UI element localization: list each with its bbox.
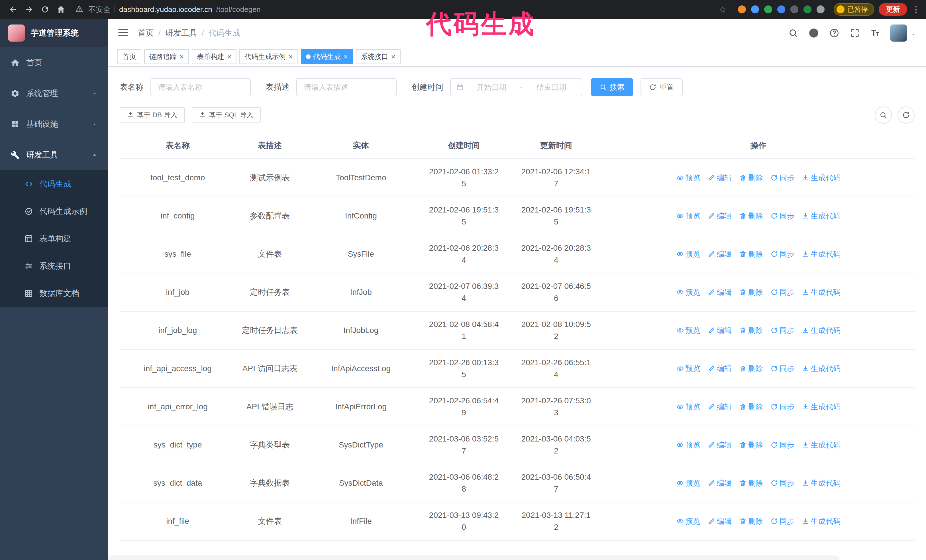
generate-code-action[interactable]: 生成代码 [802,477,841,489]
sync-action[interactable]: 同步 [770,439,794,451]
sync-action[interactable]: 同步 [770,325,794,337]
sidebar-submenu-item[interactable]: 表单构建 [0,225,108,252]
edit-action[interactable]: 编辑 [708,515,732,527]
edit-action[interactable]: 编辑 [708,477,732,489]
update-button[interactable]: 更新 [879,3,907,16]
preview-action[interactable]: 预览 [676,210,701,222]
browser-home-button[interactable] [54,2,68,17]
tab[interactable]: 链路追踪 × [144,49,189,64]
check-extension-icon[interactable] [764,5,772,14]
delete-action[interactable]: 删除 [739,439,763,451]
preview-action[interactable]: 预览 [676,477,701,489]
generate-code-action[interactable]: 生成代码 [802,325,841,337]
sidebar-submenu-item[interactable]: 系统接口 [0,252,108,280]
preview-action[interactable]: 预览 [676,439,701,451]
user-menu[interactable] [890,24,917,42]
security-label[interactable]: 不安全 [88,5,110,15]
app-logo[interactable]: 芋道管理系统 [0,19,108,47]
sync-action[interactable]: 同步 [770,477,794,489]
table-desc-input[interactable] [296,78,396,96]
generate-code-action[interactable]: 生成代码 [802,286,841,298]
drop-extension-icon[interactable] [751,5,759,14]
sync-action[interactable]: 同步 [770,362,794,374]
sidebar-submenu-item[interactable]: 数据库文档 [0,280,108,307]
import-sql-button[interactable]: 基于 SQL 导入 [192,107,261,123]
tab[interactable]: 代码生成示例 × [239,49,298,64]
paused-badge[interactable]: 已暂停 [834,3,874,16]
preview-action[interactable]: 预览 [676,172,701,184]
tab[interactable]: 系统接口 × [356,49,401,64]
tab[interactable]: 代码生成 × [301,49,353,64]
generate-code-action[interactable]: 生成代码 [802,248,841,260]
leaf-extension-icon[interactable] [803,5,811,14]
delete-action[interactable]: 删除 [739,401,763,413]
sidebar-menu-item[interactable]: 首页 [0,47,108,78]
org-extension-icon[interactable] [777,5,785,14]
preview-action[interactable]: 预览 [676,325,701,337]
font-size-icon[interactable] [870,27,881,39]
close-icon[interactable]: × [343,53,348,60]
import-db-button[interactable]: 基于 DB 导入 [120,107,185,123]
delete-action[interactable]: 删除 [739,325,763,337]
date-range-picker[interactable]: 开始日期 - 结束日期 [450,78,583,96]
edit-action[interactable]: 编辑 [708,401,732,413]
fox-extension-icon[interactable] [738,5,746,14]
sidebar-menu-item[interactable]: 系统管理 [0,78,108,109]
table-name-input[interactable] [150,78,251,96]
hamburger-icon[interactable] [117,27,130,39]
delete-action[interactable]: 删除 [739,362,763,374]
toggle-search-button[interactable] [875,107,892,124]
sync-action[interactable]: 同步 [770,248,794,260]
sync-action[interactable]: 同步 [770,515,794,527]
sidebar-menu-item[interactable]: 基础设施 [0,109,108,140]
sidebar-submenu-item[interactable]: 代码生成 [0,171,108,198]
generate-code-action[interactable]: 生成代码 [802,439,841,451]
tab[interactable]: 首页 [117,49,141,64]
delete-action[interactable]: 删除 [739,248,763,260]
user-avatar[interactable] [890,24,907,42]
page-button[interactable]: 2 [108,555,840,560]
kebab-menu-icon[interactable]: ⋮ [912,5,920,15]
edit-action[interactable]: 编辑 [708,439,732,451]
breadcrumb-item[interactable]: 首页 [138,28,154,38]
delete-action[interactable]: 删除 [739,477,763,489]
sync-action[interactable]: 同步 [770,286,794,298]
edit-action[interactable]: 编辑 [708,325,732,337]
sync-action[interactable]: 同步 [770,401,794,413]
edit-action[interactable]: 编辑 [708,248,732,260]
sidebar-submenu-item[interactable]: 代码生成示例 [0,198,108,225]
close-icon[interactable]: × [227,53,232,60]
preview-action[interactable]: 预览 [676,248,701,260]
tab[interactable]: 表单构建 × [192,49,236,64]
search-button[interactable]: 搜索 [591,78,633,96]
refresh-table-button[interactable] [897,107,915,124]
generate-code-action[interactable]: 生成代码 [802,515,841,527]
bookmark-star-icon[interactable]: ☆ [719,5,726,15]
edit-action[interactable]: 编辑 [708,172,732,184]
edit-action[interactable]: 编辑 [708,362,732,374]
reload-button[interactable] [38,2,53,17]
generate-code-action[interactable]: 生成代码 [802,362,841,374]
sync-action[interactable]: 同步 [770,210,794,222]
close-icon[interactable]: × [288,53,293,60]
toggle-extension-icon[interactable] [790,5,798,14]
preview-action[interactable]: 预览 [676,401,701,413]
reset-button[interactable]: 重置 [640,78,683,96]
preview-action[interactable]: 预览 [676,515,701,527]
generate-code-action[interactable]: 生成代码 [802,210,841,222]
address-bar[interactable]: 不安全 dashboard.yudao.iocoder.cn/tool/code… [75,5,726,15]
close-icon[interactable]: × [180,53,184,60]
end-date-placeholder[interactable]: 结束日期 [526,82,577,92]
help-icon[interactable] [829,27,840,39]
fullscreen-icon[interactable] [849,27,861,39]
delete-action[interactable]: 删除 [739,210,763,222]
sidebar-menu-item[interactable]: 研发工具 [0,140,108,171]
forward-button[interactable] [22,2,36,17]
header-search-icon[interactable] [788,27,799,39]
sync-action[interactable]: 同步 [770,172,794,184]
preview-action[interactable]: 预览 [676,286,701,298]
github-icon[interactable] [808,27,819,39]
delete-action[interactable]: 删除 [739,172,763,184]
generate-code-action[interactable]: 生成代码 [802,172,841,184]
preview-action[interactable]: 预览 [676,362,701,374]
